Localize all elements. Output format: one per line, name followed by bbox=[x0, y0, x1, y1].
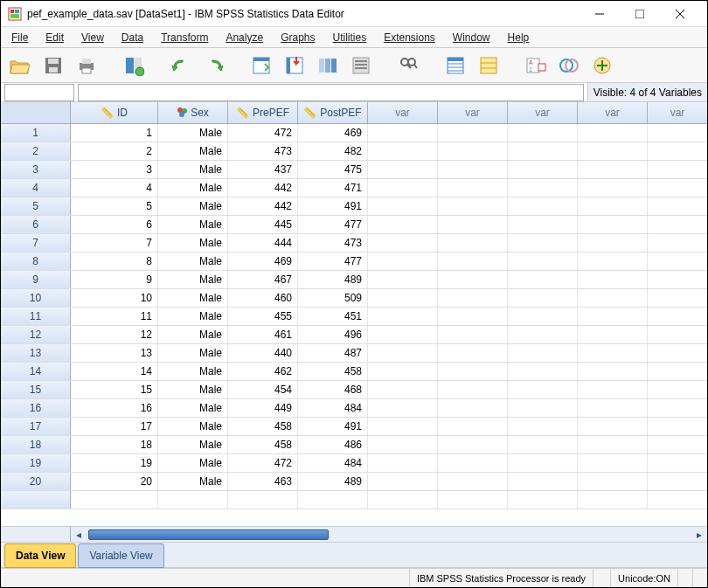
cell-empty[interactable] bbox=[298, 491, 368, 508]
goto-case-button[interactable] bbox=[247, 52, 275, 80]
cell-empty[interactable] bbox=[508, 234, 578, 252]
cell-empty[interactable] bbox=[578, 326, 648, 343]
cell-sex[interactable]: Male bbox=[158, 363, 228, 380]
cell-empty[interactable] bbox=[508, 381, 578, 398]
cell-prepef[interactable]: 455 bbox=[228, 308, 298, 325]
cell-empty[interactable] bbox=[648, 363, 707, 380]
cell-empty[interactable] bbox=[578, 363, 648, 380]
cell-empty[interactable] bbox=[648, 381, 707, 398]
scroll-thumb[interactable] bbox=[88, 529, 329, 540]
cell-prepef[interactable]: 442 bbox=[228, 197, 298, 215]
cell-empty[interactable] bbox=[648, 326, 707, 343]
cell-sex[interactable]: Male bbox=[158, 252, 228, 270]
cell-empty[interactable] bbox=[228, 491, 298, 508]
row-number[interactable]: 12 bbox=[1, 326, 71, 343]
column-header-empty[interactable]: var bbox=[578, 102, 648, 123]
cell-empty[interactable] bbox=[578, 436, 648, 453]
row-number[interactable]: 4 bbox=[1, 179, 71, 197]
cell-postpef[interactable]: 486 bbox=[298, 436, 368, 453]
column-header-prepef[interactable]: 📏PrePEF bbox=[228, 102, 298, 123]
cell-empty[interactable] bbox=[508, 161, 578, 178]
row-number[interactable]: 18 bbox=[1, 436, 71, 453]
tab-variable-view[interactable]: Variable View bbox=[78, 543, 163, 568]
cell-prepef[interactable]: 437 bbox=[228, 161, 298, 178]
save-button[interactable] bbox=[39, 52, 67, 80]
cell-id[interactable]: 13 bbox=[71, 344, 158, 362]
cell-sex[interactable]: Male bbox=[158, 436, 228, 453]
cell-empty[interactable] bbox=[508, 142, 578, 160]
cell-empty[interactable] bbox=[578, 216, 648, 233]
cell-empty[interactable] bbox=[438, 124, 508, 142]
cell-postpef[interactable]: 477 bbox=[298, 252, 368, 270]
cell-id[interactable]: 4 bbox=[71, 179, 158, 197]
cell-empty[interactable] bbox=[368, 491, 438, 508]
cell-empty[interactable] bbox=[438, 381, 508, 398]
redo-button[interactable] bbox=[200, 52, 228, 80]
cell-sex[interactable]: Male bbox=[158, 454, 228, 472]
cell-prepef[interactable]: 444 bbox=[228, 234, 298, 252]
cell-id[interactable]: 19 bbox=[71, 454, 158, 472]
cell-empty[interactable] bbox=[578, 399, 648, 417]
cell-empty[interactable] bbox=[368, 399, 438, 417]
cell-empty[interactable] bbox=[508, 271, 578, 288]
row-number[interactable]: 17 bbox=[1, 418, 71, 435]
cell-empty[interactable] bbox=[508, 179, 578, 197]
row-number[interactable]: 1 bbox=[1, 124, 71, 142]
cell-empty[interactable] bbox=[438, 271, 508, 288]
cell-empty[interactable] bbox=[648, 399, 707, 417]
cell-empty[interactable] bbox=[368, 197, 438, 215]
cell-id[interactable]: 3 bbox=[71, 161, 158, 178]
find-button[interactable] bbox=[394, 52, 422, 80]
column-header-postpef[interactable]: 📏PostPEF bbox=[298, 102, 368, 123]
horizontal-scrollbar[interactable]: ◂ ▸ bbox=[1, 526, 707, 542]
cell-postpef[interactable]: 489 bbox=[298, 473, 368, 490]
cell-postpef[interactable]: 482 bbox=[298, 142, 368, 160]
menu-analyze[interactable]: Analyze bbox=[220, 30, 268, 45]
use-sets-button[interactable] bbox=[588, 52, 616, 80]
cell-prepef[interactable]: 440 bbox=[228, 344, 298, 362]
formula-bar[interactable] bbox=[78, 84, 584, 101]
scroll-right-icon[interactable]: ▸ bbox=[691, 527, 707, 542]
cell-prepef[interactable]: 445 bbox=[228, 216, 298, 233]
cell-prepef[interactable]: 467 bbox=[228, 271, 298, 288]
row-number[interactable]: 5 bbox=[1, 197, 71, 215]
recall-dialog-button[interactable] bbox=[120, 52, 148, 80]
cell-id[interactable]: 10 bbox=[71, 289, 158, 307]
cell-empty[interactable] bbox=[578, 491, 648, 508]
cell-empty[interactable] bbox=[438, 216, 508, 233]
cell-empty[interactable] bbox=[368, 381, 438, 398]
row-number[interactable]: 20 bbox=[1, 473, 71, 490]
cell-empty[interactable] bbox=[648, 216, 707, 233]
cell-empty[interactable] bbox=[508, 252, 578, 270]
cell-empty[interactable] bbox=[578, 142, 648, 160]
cell-id[interactable]: 12 bbox=[71, 326, 158, 343]
cell-empty[interactable] bbox=[508, 418, 578, 435]
row-number[interactable]: 6 bbox=[1, 216, 71, 233]
cell-empty[interactable] bbox=[578, 271, 648, 288]
cell-empty[interactable] bbox=[648, 418, 707, 435]
cell-empty[interactable] bbox=[578, 454, 648, 472]
cell-postpef[interactable]: 496 bbox=[298, 326, 368, 343]
cell-empty[interactable] bbox=[508, 124, 578, 142]
cell-empty[interactable] bbox=[438, 473, 508, 490]
menu-extensions[interactable]: Extensions bbox=[378, 30, 441, 45]
cell-postpef[interactable]: 471 bbox=[298, 179, 368, 197]
cell-empty[interactable] bbox=[368, 216, 438, 233]
cell-empty[interactable] bbox=[368, 326, 438, 343]
cell-id[interactable]: 11 bbox=[71, 308, 158, 325]
row-number[interactable]: 11 bbox=[1, 308, 71, 325]
cell-empty[interactable] bbox=[438, 436, 508, 453]
cell-empty[interactable] bbox=[648, 197, 707, 215]
cell-empty[interactable] bbox=[648, 491, 707, 508]
cell-postpef[interactable]: 484 bbox=[298, 454, 368, 472]
row-number[interactable]: 14 bbox=[1, 363, 71, 380]
minimize-button[interactable] bbox=[580, 1, 620, 27]
cell-prepef[interactable]: 458 bbox=[228, 436, 298, 453]
row-number[interactable]: 7 bbox=[1, 234, 71, 252]
column-header-sex[interactable]: Sex bbox=[158, 102, 228, 123]
cell-id[interactable]: 2 bbox=[71, 142, 158, 160]
cell-postpef[interactable]: 484 bbox=[298, 399, 368, 417]
cell-empty[interactable] bbox=[368, 234, 438, 252]
cell-sex[interactable]: Male bbox=[158, 344, 228, 362]
cell-postpef[interactable]: 473 bbox=[298, 234, 368, 252]
